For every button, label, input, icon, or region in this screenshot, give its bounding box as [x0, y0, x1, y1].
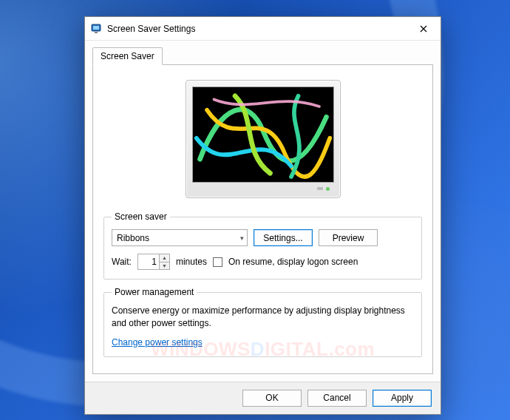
- change-power-settings-link[interactable]: Change power settings: [112, 337, 203, 348]
- screensaver-select[interactable]: Ribbons ▾: [112, 229, 248, 246]
- tab-label: Screen Saver: [101, 51, 154, 61]
- cancel-button-label: Cancel: [323, 393, 350, 403]
- preview-button[interactable]: Preview: [319, 229, 378, 246]
- power-description: Conserve energy or maximize performance …: [112, 305, 414, 330]
- resume-checkbox-label: On resume, display logon screen: [228, 257, 358, 267]
- power-legend: Power management: [112, 287, 197, 297]
- apply-button-label: Apply: [391, 393, 413, 403]
- resume-checkbox[interactable]: [213, 257, 222, 267]
- svg-rect-1: [93, 26, 99, 30]
- close-button[interactable]: [407, 17, 441, 41]
- titlebar[interactable]: Screen Saver Settings: [85, 17, 441, 41]
- dialog-body: Screen Saver: [85, 41, 441, 382]
- screensaver-select-value: Ribbons: [117, 233, 149, 243]
- monitor-led-icon: [326, 187, 330, 191]
- screen-saver-dialog: Screen Saver Settings Screen Saver: [84, 16, 441, 415]
- minutes-label: minutes: [176, 257, 207, 267]
- preview-monitor: [186, 80, 341, 198]
- monitor-preview-area: [103, 75, 422, 211]
- cancel-button[interactable]: Cancel: [307, 390, 367, 407]
- spinner-down-icon[interactable]: ▼: [160, 262, 169, 270]
- ribbons-preview-icon: [193, 87, 333, 182]
- ok-button-label: OK: [265, 393, 278, 403]
- screensaver-group: Screen saver Ribbons ▾ Settings... Previ…: [103, 211, 422, 280]
- screensaver-legend: Screen saver: [112, 211, 170, 222]
- apply-button[interactable]: Apply: [373, 390, 432, 407]
- wait-spinner[interactable]: ▲ ▼: [137, 254, 170, 270]
- settings-button-label: Settings...: [263, 233, 302, 243]
- power-group: Power management Conserve energy or maxi…: [103, 287, 422, 357]
- window-title: Screen Saver Settings: [107, 24, 407, 34]
- svg-rect-2: [95, 32, 98, 33]
- tab-panel: Screen saver Ribbons ▾ Settings... Previ…: [92, 64, 433, 374]
- settings-button[interactable]: Settings...: [254, 229, 313, 246]
- chevron-down-icon: ▾: [240, 234, 244, 242]
- preview-screen: [192, 87, 334, 183]
- close-icon: [420, 25, 427, 33]
- tab-screen-saver[interactable]: Screen Saver: [92, 47, 163, 65]
- spinner-up-icon[interactable]: ▲: [160, 254, 169, 262]
- app-icon: [91, 23, 103, 35]
- dialog-button-row: OK Cancel Apply: [85, 382, 441, 414]
- wait-input[interactable]: [138, 254, 159, 269]
- preview-button-label: Preview: [333, 233, 364, 243]
- monitor-bezel: [192, 183, 334, 194]
- wait-label: Wait:: [112, 257, 132, 267]
- monitor-button-icon: [317, 187, 323, 190]
- tabstrip: Screen Saver: [92, 47, 433, 65]
- ok-button[interactable]: OK: [242, 390, 302, 407]
